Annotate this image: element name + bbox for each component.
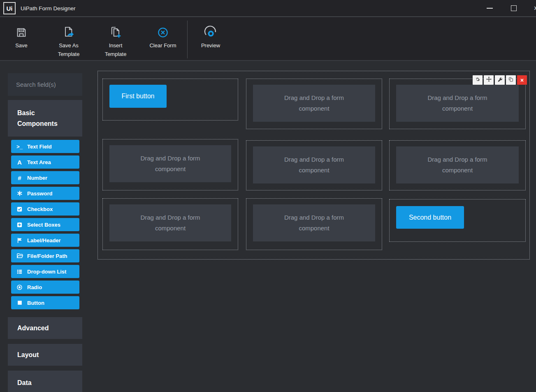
drop-cell-r3c2[interactable]: Drag and Drop a form component (246, 198, 382, 250)
close-icon: × (520, 77, 524, 83)
group-header-data[interactable]: Data (8, 371, 82, 392)
drop-placeholder: Drag and Drop a form component (253, 85, 375, 122)
radio-icon (16, 284, 23, 290)
sidebar-item-number[interactable]: # Number (11, 171, 79, 184)
drop-placeholder: Drag and Drop a form component (253, 204, 375, 241)
preview-label: Preview (190, 42, 231, 50)
second-button[interactable]: Second button (396, 206, 464, 229)
sidebar-item-select-boxes[interactable]: Select Boxes (11, 218, 79, 231)
copy-icon (508, 77, 514, 84)
form-canvas[interactable]: First button Drag and Drop a form compon… (97, 71, 530, 260)
drop-cell-r2c1[interactable]: Drag and Drop a form component (102, 139, 238, 190)
sidebar-item-password[interactable]: Password (11, 187, 79, 200)
sidebar-item-label: File/Folder Path (27, 253, 67, 259)
sidebar-item-label: Radio (27, 284, 42, 290)
insert-template-icon (95, 22, 136, 39)
wrench-icon (497, 77, 503, 84)
sidebar-item-drop-down-list[interactable]: Drop-down List (11, 265, 79, 278)
move-button[interactable] (484, 75, 494, 85)
sidebar-item-file-folder-path[interactable]: File/Folder Path (11, 249, 79, 262)
drop-placeholder: Drag and Drop a form component (253, 146, 375, 183)
drop-placeholder: Drag and Drop a form component (109, 204, 231, 241)
drop-cell-r1c3[interactable]: Drag and Drop a form component (389, 79, 526, 129)
sidebar-item-label: Password (27, 190, 52, 197)
sidebar-item-button[interactable]: Button (11, 296, 79, 309)
settings-button[interactable] (473, 75, 483, 85)
copy-button[interactable] (506, 75, 516, 85)
uipath-logo: Ui (3, 2, 16, 14)
clear-form-button[interactable]: Clear Form (138, 22, 188, 50)
sidebar-item-label: Select Boxes (27, 222, 60, 228)
sidebar-item-label: Text Area (27, 159, 51, 165)
save-icon (4, 22, 39, 39)
clear-form-label: Clear Form (138, 42, 188, 50)
window-title: UiPath Form Designer (21, 0, 76, 16)
toolbar: Save Save As Template Insert Template (0, 17, 536, 61)
plus-square-icon (16, 222, 23, 228)
sidebar-item-label: Number (27, 175, 47, 181)
sidebar-item-label: Button (27, 300, 44, 306)
hash-icon: # (16, 174, 23, 181)
remove-button[interactable]: × (517, 75, 527, 85)
terminal-icon: >_ (16, 144, 23, 150)
toolbar-separator (187, 21, 188, 58)
search-box (8, 73, 82, 96)
minimize-button[interactable] (482, 0, 497, 16)
sidebar-item-text-field[interactable]: >_ Text Field (11, 140, 79, 153)
asterisk-icon (16, 190, 23, 196)
sidebar-item-label: Drop-down List (27, 269, 66, 275)
drop-cell-r2c3[interactable]: Drag and Drop a form component (389, 140, 526, 190)
drop-cell-r3c1[interactable]: Drag and Drop a form component (102, 198, 238, 250)
save-as-template-button[interactable]: Save As Template (48, 22, 89, 59)
close-button[interactable]: × (530, 0, 536, 16)
group-header-layout[interactable]: Layout (8, 344, 82, 366)
first-button[interactable]: First button (109, 85, 167, 108)
insert-template-button[interactable]: Insert Template (95, 22, 136, 59)
component-toolbar: × (473, 75, 527, 85)
drop-cell-r2c2[interactable]: Drag and Drop a form component (246, 140, 382, 190)
maximize-icon (511, 5, 517, 11)
move-icon (486, 76, 492, 84)
flag-icon (16, 237, 23, 244)
folder-open-icon (16, 253, 23, 259)
list-icon (16, 269, 23, 275)
sidebar-item-radio[interactable]: Radio (11, 281, 79, 294)
sidebar-item-text-area[interactable]: A Text Area (11, 155, 79, 169)
letter-a-icon: A (16, 159, 23, 166)
main-area: Basic Components >_ Text Field A Text Ar… (0, 61, 536, 392)
group-header-basic-components[interactable]: Basic Components (8, 100, 82, 137)
clear-form-icon (138, 22, 188, 39)
search-input[interactable] (8, 73, 82, 96)
save-as-template-label: Save As Template (54, 42, 84, 59)
drop-placeholder: Drag and Drop a form component (396, 146, 519, 183)
drop-cell-r3c3[interactable]: Second button (389, 199, 526, 242)
preview-button[interactable]: Preview (190, 22, 231, 50)
drop-placeholder: Drag and Drop a form component (109, 145, 231, 182)
group-header-advanced[interactable]: Advanced (8, 317, 82, 339)
edit-button[interactable] (495, 75, 505, 85)
sidebar-item-checkbox[interactable]: Checkbox (11, 202, 79, 216)
insert-template-label: Insert Template (101, 42, 130, 59)
component-palette: >_ Text Field A Text Area # Number Passw… (11, 140, 79, 312)
save-button[interactable]: Save (4, 22, 39, 50)
drop-placeholder: Drag and Drop a form component (396, 85, 519, 122)
drop-cell-r1c2[interactable]: Drag and Drop a form component (246, 79, 382, 129)
preview-icon (190, 22, 231, 39)
sidebar-item-label: Label/Header (27, 237, 61, 244)
square-icon (16, 300, 23, 306)
drop-cell-r1c1[interactable]: First button (102, 79, 238, 121)
sidebar-item-label-header[interactable]: Label/Header (11, 234, 79, 247)
save-as-template-icon (48, 22, 89, 39)
sidebar-item-label: Text Field (27, 144, 52, 150)
checkbox-icon (16, 206, 23, 212)
minimize-icon (487, 8, 493, 9)
sidebar-item-label: Checkbox (27, 206, 53, 212)
titlebar: Ui UiPath Form Designer × (0, 0, 536, 17)
save-label: Save (4, 42, 39, 50)
gear-icon (475, 77, 480, 84)
maximize-button[interactable] (506, 0, 521, 16)
